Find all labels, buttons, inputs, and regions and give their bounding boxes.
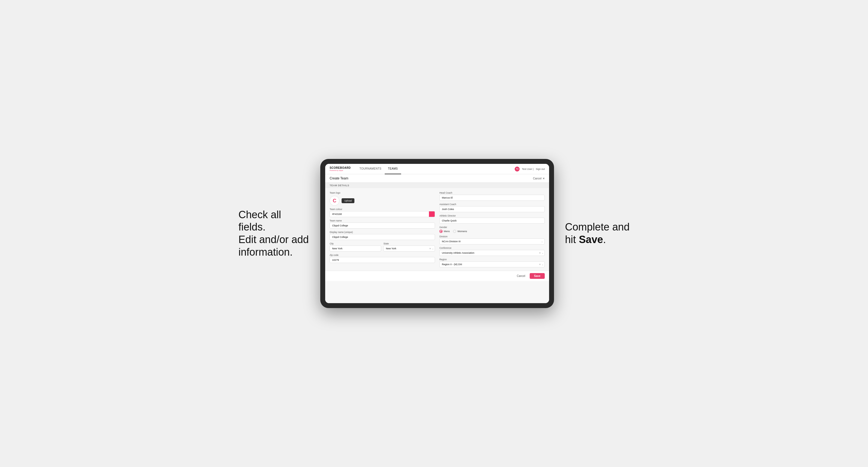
city-input[interactable]: [330, 246, 381, 251]
city-field: City: [330, 242, 381, 251]
page-title: Create Team: [330, 177, 348, 180]
radio-womens-label: Womens: [457, 230, 467, 233]
cancel-close[interactable]: Cancel ✕: [533, 177, 545, 180]
team-name-label: Team name: [330, 219, 435, 222]
city-state-row: City State ✕ ⌄: [330, 242, 435, 251]
region-field: Region ✕ ⌄: [439, 258, 545, 268]
sign-out-link[interactable]: Sign out: [536, 168, 545, 170]
athletic-director-input[interactable]: [439, 218, 545, 224]
user-avatar: TU: [515, 166, 520, 172]
close-icon[interactable]: ✕: [542, 177, 545, 180]
logo-area: C Upload: [330, 196, 435, 206]
tablet-device: SCOREBOARD Powered by clippd TOURNAMENTS…: [320, 159, 554, 308]
radio-womens-dot: [453, 230, 456, 233]
nav-links: TOURNAMENTS TEAMS: [356, 164, 515, 174]
annotation-line3: information.: [238, 246, 293, 258]
form-right-column: Head Coach Assistant Coach Athletic Dire…: [439, 191, 545, 268]
annotation-line1: Check all fields.: [238, 209, 281, 233]
team-logo-field: Team logo C Upload: [330, 191, 435, 206]
zip-label: Zip code: [330, 254, 435, 256]
region-label: Region: [439, 258, 545, 261]
nav-tournaments[interactable]: TOURNAMENTS: [356, 164, 384, 174]
gender-radio-group: Mens Womens: [439, 230, 545, 233]
radio-mens-label: Mens: [444, 230, 450, 233]
team-colour-input[interactable]: [330, 211, 429, 217]
brand-logo: SCOREBOARD Powered by clippd: [330, 166, 350, 171]
annotation-right-line1: Complete and: [565, 221, 630, 233]
zip-field: Zip code: [330, 254, 435, 263]
assistant-coach-label: Assistant Coach: [439, 203, 545, 206]
annotation-right-line2: hit Save.: [565, 234, 606, 245]
conference-field: Conference ✕ ⌄: [439, 247, 545, 256]
athletic-director-label: Athletic Director: [439, 214, 545, 217]
annotation-line2: Edit and/or add: [238, 234, 309, 245]
display-name-label: Display name (unique): [330, 231, 435, 234]
state-field: State ✕ ⌄: [383, 242, 435, 251]
user-label: Test User |: [522, 168, 533, 170]
annotation-left: Check all fields. Edit and/or add inform…: [238, 209, 309, 258]
color-swatch[interactable]: [429, 211, 435, 217]
display-name-input[interactable]: [330, 234, 435, 240]
cancel-label: Cancel: [533, 177, 541, 180]
conference-label: Conference: [439, 247, 545, 249]
display-name-field: Display name (unique): [330, 231, 435, 240]
region-clear-icon[interactable]: ✕: [539, 263, 541, 266]
division-select-wrap: ⌄: [439, 239, 545, 244]
section-header: TEAM DETAILS: [325, 183, 549, 188]
state-input[interactable]: [383, 246, 435, 251]
radio-mens[interactable]: Mens: [439, 230, 450, 233]
nav-right: TU Test User | Sign out: [515, 166, 545, 172]
color-input-wrap: [330, 211, 435, 217]
gender-field: Gender Mens Womens: [439, 226, 545, 233]
navbar: SCOREBOARD Powered by clippd TOURNAMENTS…: [325, 164, 549, 174]
team-name-field: Team name: [330, 219, 435, 228]
head-coach-input[interactable]: [439, 195, 545, 201]
form-footer: Cancel Save: [325, 271, 549, 281]
state-clear-icon[interactable]: ✕: [429, 247, 431, 250]
nav-teams[interactable]: TEAMS: [385, 164, 401, 174]
division-input[interactable]: [439, 239, 545, 244]
team-logo-label: Team logo: [330, 191, 435, 194]
tablet-screen: SCOREBOARD Powered by clippd TOURNAMENTS…: [325, 164, 549, 303]
division-field: Division ⌄: [439, 235, 545, 244]
state-select-wrap: ✕ ⌄: [383, 246, 435, 251]
team-name-input[interactable]: [330, 223, 435, 228]
footer-save-button[interactable]: Save: [530, 273, 545, 279]
division-label: Division: [439, 235, 545, 238]
brand-sub: Powered by clippd: [330, 169, 350, 171]
state-label: State: [383, 242, 435, 245]
form-body: Team logo C Upload Team colour: [325, 188, 549, 271]
head-coach-field: Head Coach: [439, 191, 545, 201]
create-team-header: Create Team Cancel ✕: [325, 174, 549, 183]
brand-title: SCOREBOARD: [330, 166, 350, 169]
radio-mens-dot: [439, 230, 443, 233]
conference-select-wrap: ✕ ⌄: [439, 250, 545, 256]
radio-womens[interactable]: Womens: [453, 230, 467, 233]
upload-button[interactable]: Upload: [342, 198, 354, 203]
team-colour-label: Team colour: [330, 208, 435, 211]
head-coach-label: Head Coach: [439, 191, 545, 194]
gender-label: Gender: [439, 226, 545, 228]
logo-circle: C: [330, 196, 339, 206]
conference-clear-icon[interactable]: ✕: [539, 252, 541, 254]
city-label: City: [330, 242, 381, 245]
annotation-right: Complete and hit Save.: [565, 221, 630, 246]
main-content: Create Team Cancel ✕ TEAM DETAILS: [325, 174, 549, 303]
form-left-column: Team logo C Upload Team colour: [330, 191, 435, 268]
assistant-coach-field: Assistant Coach: [439, 203, 545, 212]
footer-cancel-button[interactable]: Cancel: [515, 273, 528, 279]
athletic-director-field: Athletic Director: [439, 214, 545, 224]
section-label: TEAM DETAILS: [330, 184, 349, 187]
region-select-wrap: ✕ ⌄: [439, 261, 545, 268]
conference-input[interactable]: [439, 250, 545, 256]
logo-letter: C: [333, 198, 336, 204]
region-input[interactable]: [439, 261, 545, 268]
team-colour-field: Team colour: [330, 208, 435, 217]
zip-input[interactable]: [330, 257, 435, 263]
assistant-coach-input[interactable]: [439, 206, 545, 212]
